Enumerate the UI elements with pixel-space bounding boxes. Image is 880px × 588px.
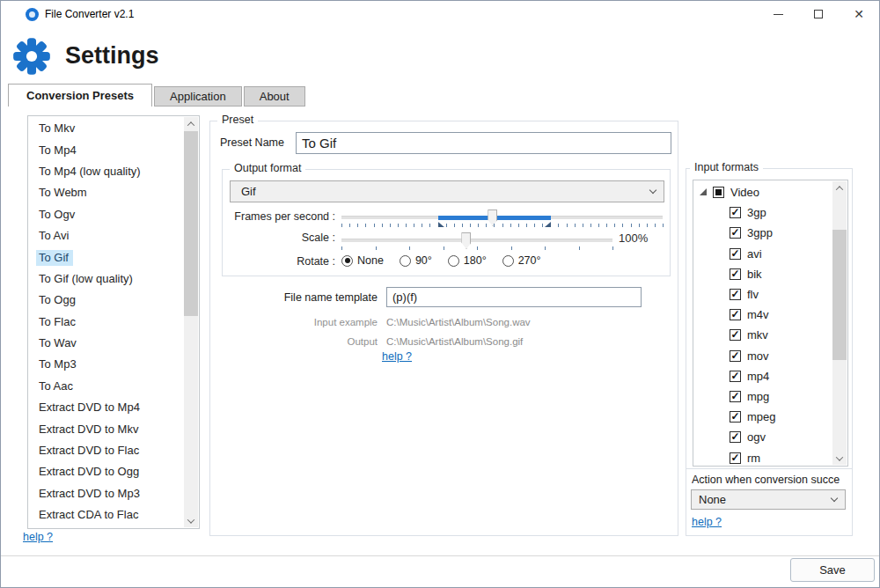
tab-application[interactable]: Application [154, 86, 242, 107]
preset-listbox: To MkvTo Mp4To Mp4 (low quality)To WebmT… [27, 115, 200, 529]
title-bar: File Converter v2.1 ✕ [1, 1, 879, 27]
rotate-option-none[interactable]: None [341, 254, 384, 267]
radio-selected-icon[interactable] [341, 255, 353, 267]
list-item[interactable]: To Flac [29, 312, 183, 333]
list-item-label: To Ogg [36, 292, 80, 308]
tick-mark [398, 224, 399, 227]
checkbox-checked-icon[interactable] [730, 207, 741, 218]
checkbox-checked-icon[interactable] [730, 289, 741, 300]
scrollbar-thumb[interactable] [184, 131, 198, 316]
tree-item-label: m4v [747, 308, 769, 321]
list-item[interactable]: To Webm [29, 182, 183, 203]
preset-list-help-link[interactable]: help ? [23, 531, 53, 543]
checkbox-checked-icon[interactable] [730, 268, 741, 280]
output-format-groupbox: Output format Gif Frames per second : Sc… [222, 169, 671, 276]
checkbox-checked-icon[interactable] [730, 391, 741, 402]
conversion-action-select[interactable]: None [691, 489, 846, 510]
checkbox-checked-icon[interactable] [730, 248, 741, 260]
fps-slider[interactable] [341, 216, 663, 219]
minimize-button[interactable] [758, 1, 798, 27]
list-item[interactable]: To Gif (low quality) [29, 268, 183, 290]
radio-icon[interactable] [400, 255, 411, 267]
checkbox-checked-icon[interactable] [730, 350, 741, 362]
tree-item-mkv[interactable]: mkv [694, 325, 832, 345]
checkbox-checked-icon[interactable] [730, 371, 741, 382]
scale-slider[interactable] [341, 239, 612, 242]
list-item[interactable]: Extract DVD to Mkv [29, 418, 183, 439]
list-item[interactable]: To Aac [29, 376, 183, 397]
rotate-option-270°[interactable]: 270° [502, 254, 541, 267]
file-name-help-link[interactable]: help ? [382, 350, 412, 363]
list-item[interactable]: Extract DVD to Ogg [29, 461, 183, 482]
checkbox-indeterminate-icon[interactable] [713, 187, 724, 198]
preset-name-input[interactable] [296, 132, 671, 154]
rotate-option-180°[interactable]: 180° [448, 254, 487, 267]
checkbox-checked-icon[interactable] [730, 452, 741, 464]
rotate-option-90°[interactable]: 90° [400, 254, 432, 267]
close-button[interactable]: ✕ [839, 1, 879, 27]
list-item[interactable]: To Gif [29, 246, 183, 268]
list-item[interactable]: To Mp4 (low quality) [29, 161, 183, 182]
checkbox-checked-icon[interactable] [730, 329, 741, 341]
scale-slider-ticks [341, 246, 612, 251]
tree-item-flv[interactable]: flv [694, 284, 832, 305]
tree-item-mov[interactable]: mov [694, 346, 832, 366]
preset-list-scrollbar[interactable] [184, 117, 198, 527]
radio-icon[interactable] [502, 255, 514, 267]
list-item[interactable]: To Wav [29, 333, 183, 354]
tree-item-mpeg[interactable]: mpeg [694, 407, 832, 427]
tree-item-ogv[interactable]: ogv [694, 427, 832, 447]
tree-item-mp4[interactable]: mp4 [694, 366, 832, 386]
tick-mark [583, 224, 583, 227]
list-item[interactable]: Extract CDA to Flac [29, 504, 183, 526]
scrollbar-thumb[interactable] [832, 230, 847, 360]
tick-mark [409, 246, 410, 250]
save-button[interactable]: Save [790, 558, 875, 582]
tree-item-rm[interactable]: rm [694, 447, 832, 465]
window-title: File Converter v2.1 [45, 8, 134, 20]
tree-item-avi[interactable]: avi [694, 244, 832, 264]
output-format-select[interactable]: Gif [230, 180, 664, 202]
checkbox-checked-icon[interactable] [730, 411, 741, 423]
minimize-icon [774, 14, 783, 15]
tab-conversion-presets[interactable]: Conversion Presets [8, 84, 152, 107]
radio-icon[interactable] [448, 255, 459, 267]
list-item[interactable]: To Avi [29, 225, 183, 246]
tree-item-m4v[interactable]: m4v [694, 305, 832, 325]
input-formats-help-link[interactable]: help ? [692, 516, 722, 528]
scroll-down-icon[interactable] [832, 452, 847, 465]
list-item[interactable]: To Mp3 [29, 354, 183, 375]
tree-item-3gp[interactable]: 3gp [694, 202, 832, 223]
tab-bar: Conversion Presets Application About [8, 84, 305, 107]
checkbox-checked-icon[interactable] [730, 227, 741, 239]
tick-mark [422, 224, 422, 227]
file-name-template-input[interactable] [386, 287, 642, 307]
tree-item-bik[interactable]: bik [694, 264, 832, 284]
scroll-down-icon[interactable] [184, 514, 198, 527]
expander-icon[interactable] [700, 188, 707, 195]
list-item[interactable]: To Mp4 [29, 139, 183, 160]
divider [686, 468, 852, 469]
tree-item-video[interactable]: Video [694, 182, 832, 202]
list-item[interactable]: To Ogv [29, 204, 183, 225]
list-item[interactable]: To Mkv [29, 118, 183, 139]
list-item[interactable]: To Ogg [29, 290, 183, 311]
tree-scrollbar[interactable] [832, 181, 847, 465]
preset-list[interactable]: To MkvTo Mp4To Mp4 (low quality)To WebmT… [29, 118, 183, 526]
tree-item-3gpp[interactable]: 3gpp [694, 223, 832, 243]
maximize-button[interactable] [798, 1, 839, 27]
list-item-label: To Mkv [36, 121, 79, 136]
tick-mark [478, 224, 479, 227]
checkbox-checked-icon[interactable] [730, 309, 741, 320]
list-item[interactable]: Extract DVD to Mp3 [29, 483, 183, 504]
list-item[interactable]: Extract DVD to Flac [29, 440, 183, 461]
scroll-up-icon[interactable] [832, 181, 847, 195]
list-item[interactable]: Extract DVD to Mp4 [29, 397, 183, 418]
list-item-label: To Aac [36, 379, 77, 394]
tab-about[interactable]: About [244, 86, 305, 107]
scroll-up-icon[interactable] [184, 117, 198, 130]
checkbox-checked-icon[interactable] [730, 431, 741, 443]
tree-item-mpg[interactable]: mpg [694, 386, 832, 407]
input-formats-tree[interactable]: Video3gp3gppavibikflvm4vmkvmovmp4mpgmpeg… [694, 182, 832, 465]
list-item-label: Extract DVD to Mkv [36, 422, 143, 437]
